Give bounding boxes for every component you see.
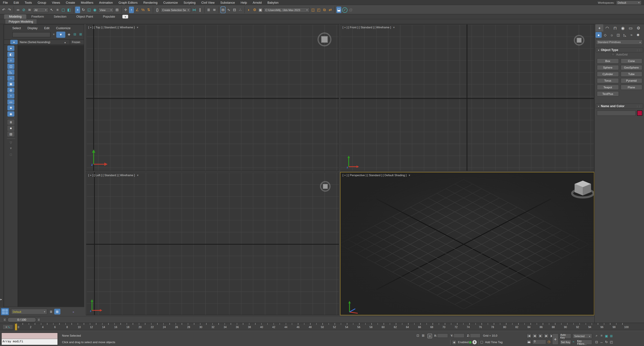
menu-item[interactable]: Group: [35, 0, 49, 5]
ribbon-tab[interactable]: Object Paint: [71, 14, 98, 19]
menu-item[interactable]: Edit: [11, 0, 22, 5]
explorer-object-list[interactable]: [18, 45, 84, 307]
add-time-tag[interactable]: Add Time Tag: [485, 341, 502, 344]
search-input[interactable]: [12, 32, 50, 37]
viewport-front-label[interactable]: [ + ] [ Front ] [ Standard ] [ Wireframe…: [342, 26, 391, 29]
render-states-icon[interactable]: ◰: [316, 6, 321, 13]
listener-script-row[interactable]: Array modifi: [2, 339, 58, 345]
snaps-toggle-icon[interactable]: ↑: [129, 6, 134, 13]
note-icon[interactable]: ▤: [8, 131, 14, 137]
viewport-left[interactable]: [ + ] [ Left ] [ Standard ] [ Wireframe …: [86, 172, 339, 315]
spiral-icon[interactable]: @: [348, 6, 353, 13]
snap-cross-icon[interactable]: ✛: [123, 6, 128, 13]
set-keys-button[interactable]: +: [552, 334, 558, 345]
use-pivot-center-icon[interactable]: ⊞: [114, 6, 120, 13]
cameras-category-icon[interactable]: ◫: [615, 32, 622, 38]
menu-item[interactable]: Civil View: [198, 0, 218, 5]
select-object-icon[interactable]: ↖: [49, 6, 54, 13]
toggle-layer-explorer-icon[interactable]: ≋: [212, 6, 217, 13]
ribbon-tab[interactable]: Populate: [98, 14, 120, 19]
key-filters-button[interactable]: Key Filters...: [576, 340, 592, 345]
lights-category-icon[interactable]: ☼: [608, 32, 615, 38]
redo-icon[interactable]: ↷: [7, 6, 12, 13]
object-color-swatch[interactable]: [637, 110, 642, 116]
menu-item[interactable]: Customize: [160, 0, 180, 5]
menu-item[interactable]: Tools: [22, 0, 35, 5]
zoom-icon[interactable]: ⌕: [594, 334, 599, 338]
primitive-button[interactable]: Tube: [620, 71, 642, 77]
primitive-button[interactable]: GeoSphere: [620, 65, 642, 70]
primitive-button[interactable]: Teapot: [597, 84, 619, 90]
lock-icon[interactable]: ◈: [68, 32, 70, 36]
expand-tree-icon[interactable]: ⊞: [79, 32, 82, 36]
window-crossing-icon[interactable]: ◧: [66, 6, 72, 13]
ribbon-tab[interactable]: Freeform: [26, 14, 49, 19]
select-and-scale-icon[interactable]: ◱: [87, 6, 92, 13]
primitive-button[interactable]: TextPlus: [597, 91, 619, 97]
frozen-column-header[interactable]: Frozen: [70, 40, 80, 44]
material-editor-icon[interactable]: ◐: [246, 6, 251, 13]
shapes-category-icon[interactable]: ◇: [602, 32, 608, 38]
filter-spacewarps-icon[interactable]: ≈: [8, 75, 14, 81]
set-key-button[interactable]: Set Key: [560, 340, 572, 345]
maxscript-mini-listener[interactable]: Array modifi: [1, 333, 58, 345]
filter-shapes-icon[interactable]: ◧: [8, 51, 14, 57]
menu-item[interactable]: Modifiers: [78, 0, 96, 5]
scene-explorer-menu-item[interactable]: Customize: [53, 26, 74, 30]
filter-helpers-icon[interactable]: ◺: [8, 69, 14, 75]
menu-item[interactable]: Arnold: [250, 0, 264, 5]
previous-frame-button[interactable]: ◀|: [532, 334, 537, 338]
clear-search-icon[interactable]: ✕: [52, 33, 55, 36]
ribbon-tab[interactable]: Selection: [49, 14, 71, 19]
modify-tab[interactable]: ◠: [604, 24, 611, 31]
rendered-frame-window-icon[interactable]: ▣: [258, 6, 263, 13]
frame-ruler[interactable]: 0246810121416182022242628303234363840424…: [16, 323, 628, 331]
viewport-perspective[interactable]: [ + ] [ Perspective ] [ Standard ] [ Def…: [340, 172, 594, 315]
undo-icon[interactable]: ↶: [1, 6, 6, 13]
selection-lock-icon[interactable]: ⊠: [422, 334, 424, 338]
overflow-chevron-icon[interactable]: »: [72, 310, 74, 313]
time-slider-handle[interactable]: 0 / 100: [8, 317, 36, 322]
viewport-filter-icon[interactable]: ▼: [408, 174, 411, 176]
hierarchy-tab[interactable]: ⊓: [611, 24, 619, 31]
select-and-place-icon[interactable]: ◉: [92, 6, 97, 13]
viewcube[interactable]: [570, 177, 594, 200]
scene-explorer-menu-item[interactable]: Select: [9, 26, 24, 30]
primitive-button[interactable]: Cylinder: [597, 71, 619, 77]
create-tab[interactable]: +: [596, 24, 604, 31]
render-production-icon[interactable]: ⬓: [336, 6, 341, 13]
menu-item[interactable]: Views: [49, 0, 63, 5]
play-button[interactable]: ▶: [538, 334, 543, 338]
percent-snap-icon[interactable]: %: [140, 6, 146, 13]
filter-cameras-icon[interactable]: ◫: [8, 63, 14, 69]
manage-layers-icon[interactable]: ≣: [206, 6, 211, 13]
pan-icon[interactable]: ↔: [599, 340, 604, 344]
y-coordinate-field[interactable]: [454, 334, 464, 338]
viewcube[interactable]: [318, 32, 332, 46]
menu-item[interactable]: Babylon: [264, 0, 282, 5]
viewport-layout-icon[interactable]: [1, 308, 9, 315]
object-type-rollout[interactable]: ▼ Object Type ⋮⋮: [596, 47, 643, 53]
menu-item[interactable]: Create: [63, 0, 78, 5]
angle-snap-icon[interactable]: ∠: [135, 6, 140, 13]
project-path-dropdown[interactable]: C:\Users\Milj...\3ds Max 2023▼: [264, 7, 310, 12]
selection-filter-dropdown[interactable]: All▼: [33, 7, 48, 12]
viewport-left-label[interactable]: [ + ] [ Left ] [ Standard ] [ Wireframe …: [88, 174, 135, 177]
mini-curve-editor-button[interactable]: ≡∿: [2, 324, 13, 330]
workspace-dropdown[interactable]: Default ▼: [616, 0, 642, 5]
helpers-category-icon[interactable]: ◺: [622, 32, 628, 38]
geometry-category-icon[interactable]: ●: [596, 32, 602, 38]
filter-lights-icon[interactable]: ☼: [8, 57, 14, 63]
render-gear-icon[interactable]: ◫: [310, 6, 315, 13]
hierarchy-mode-icon[interactable]: ⊞: [54, 309, 60, 315]
primitive-button[interactable]: Plane: [620, 84, 642, 90]
ribbon-overflow-icon[interactable]: ▼: [122, 15, 128, 18]
x-coordinate-field[interactable]: [437, 334, 448, 338]
current-frame-field[interactable]: 0: [532, 340, 546, 344]
ribbon-tab[interactable]: Modeling: [4, 14, 26, 19]
explorer-preset-dropdown[interactable]: Default ▼: [11, 309, 47, 315]
select-and-rotate-icon[interactable]: ↻: [81, 6, 86, 13]
systems-category-icon[interactable]: ✱: [635, 32, 641, 38]
motion-tab[interactable]: ◉: [619, 24, 627, 31]
primitive-button[interactable]: Torus: [597, 78, 619, 83]
